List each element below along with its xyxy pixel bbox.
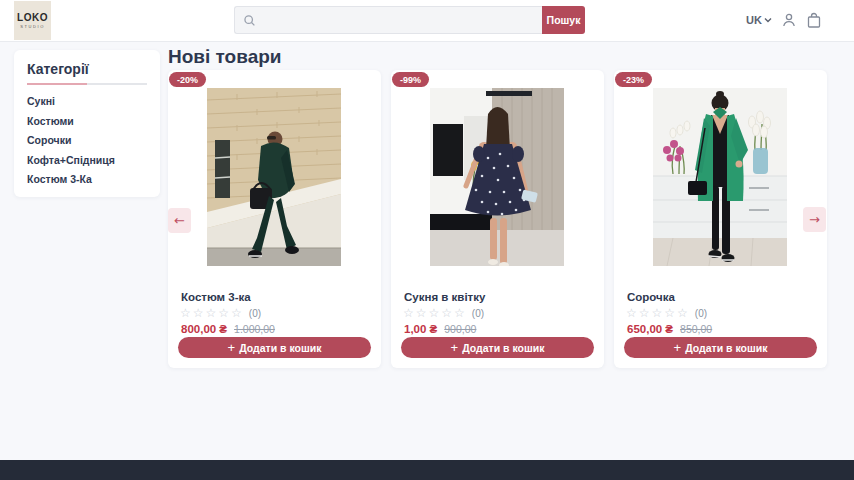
sidebar-item-kostyum-3ka[interactable]: Костюм 3-Ка <box>27 174 147 185</box>
search-button[interactable]: Пошук <box>542 6 585 34</box>
tracksuit-street-photo <box>207 88 341 266</box>
product-grid: -20% <box>168 70 827 368</box>
person-icon <box>781 12 797 28</box>
add-to-cart-label: Додати в кошик <box>685 342 767 354</box>
chevron-down-icon <box>764 17 772 23</box>
add-to-cart-label: Додати в кошик <box>239 342 321 354</box>
product-name[interactable]: Сорочка <box>627 291 675 303</box>
plus-icon: + <box>228 341 236 354</box>
search-bar: Пошук <box>234 6 585 34</box>
shopping-bag-icon <box>806 12 822 29</box>
discount-badge: -23% <box>615 72 652 87</box>
product-rating: ☆☆☆☆☆ (0) <box>403 307 484 319</box>
plus-icon: + <box>451 341 459 354</box>
arrow-left-icon: ← <box>174 213 185 228</box>
old-price: 850,00 <box>680 323 712 335</box>
language-switcher[interactable]: UK <box>746 14 772 26</box>
product-image[interactable] <box>653 88 787 266</box>
product-price-row: 650,00 ₴ 850,00 <box>627 323 712 335</box>
logo[interactable]: LOKO STUDIO <box>14 1 51 40</box>
add-to-cart-button[interactable]: + Додати в кошик <box>178 337 371 358</box>
product-name[interactable]: Сукня в квітку <box>404 291 485 303</box>
current-price: 800,00 ₴ <box>181 323 227 335</box>
cart-button[interactable] <box>806 12 822 29</box>
language-label: UK <box>746 14 762 26</box>
plus-icon: + <box>674 341 682 354</box>
sidebar-item-kofta-spidnytsia[interactable]: Кофта+Спідниця <box>27 155 147 166</box>
header-actions: UK <box>746 10 822 30</box>
search-icon <box>243 14 256 27</box>
green-shirt-kitchen-photo <box>653 88 787 266</box>
product-rating: ☆☆☆☆☆ (0) <box>180 307 261 319</box>
categories-divider <box>27 83 147 85</box>
old-price: 900,00 <box>444 323 476 335</box>
page-title: Нові товари <box>168 46 282 68</box>
product-rating: ☆☆☆☆☆ (0) <box>626 307 707 319</box>
sidebar-item-kostyumy[interactable]: Костюми <box>27 116 147 127</box>
logo-subtitle: STUDIO <box>20 24 45 29</box>
categories-list: Сукні Костюми Сорочки Кофта+Спідниця Кос… <box>27 96 147 185</box>
rating-count: (0) <box>249 308 261 319</box>
search-box[interactable] <box>234 6 542 34</box>
add-to-cart-button[interactable]: + Додати в кошик <box>624 337 817 358</box>
product-image[interactable] <box>430 88 564 266</box>
product-price-row: 1,00 ₴ 900,00 <box>404 323 476 335</box>
arrow-right-icon: → <box>809 212 820 227</box>
footer <box>0 460 854 480</box>
header: LOKO STUDIO Пошук UK <box>0 0 854 42</box>
product-image[interactable] <box>207 88 341 266</box>
rating-count: (0) <box>695 308 707 319</box>
logo-title: LOKO <box>17 12 48 23</box>
old-price: 1.000,00 <box>234 323 275 335</box>
sidebar-item-sukni[interactable]: Сукні <box>27 96 147 107</box>
product-price-row: 800,00 ₴ 1.000,00 <box>181 323 275 335</box>
star-rating-icons: ☆☆☆☆☆ <box>403 307 467 319</box>
add-to-cart-button[interactable]: + Додати в кошик <box>401 337 594 358</box>
product-card: -99% <box>391 70 604 368</box>
current-price: 650,00 ₴ <box>627 323 673 335</box>
carousel-next-button[interactable]: → <box>803 207 826 232</box>
floral-dress-interior-photo <box>430 88 564 266</box>
product-name[interactable]: Костюм 3-ка <box>181 291 251 303</box>
product-card: -23% <box>614 70 827 368</box>
star-rating-icons: ☆☆☆☆☆ <box>180 307 244 319</box>
rating-count: (0) <box>472 308 484 319</box>
search-input[interactable] <box>262 14 534 26</box>
carousel-prev-button[interactable]: ← <box>168 208 191 233</box>
current-price: 1,00 ₴ <box>404 323 437 335</box>
add-to-cart-label: Додати в кошик <box>462 342 544 354</box>
account-button[interactable] <box>781 12 797 28</box>
product-card: -20% <box>168 70 381 368</box>
sidebar-item-sorochky[interactable]: Сорочки <box>27 135 147 146</box>
categories-title: Категорії <box>27 61 147 77</box>
categories-panel: Категорії Сукні Костюми Сорочки Кофта+Сп… <box>14 50 160 197</box>
discount-badge: -20% <box>169 72 206 87</box>
star-rating-icons: ☆☆☆☆☆ <box>626 307 690 319</box>
discount-badge: -99% <box>392 72 429 87</box>
